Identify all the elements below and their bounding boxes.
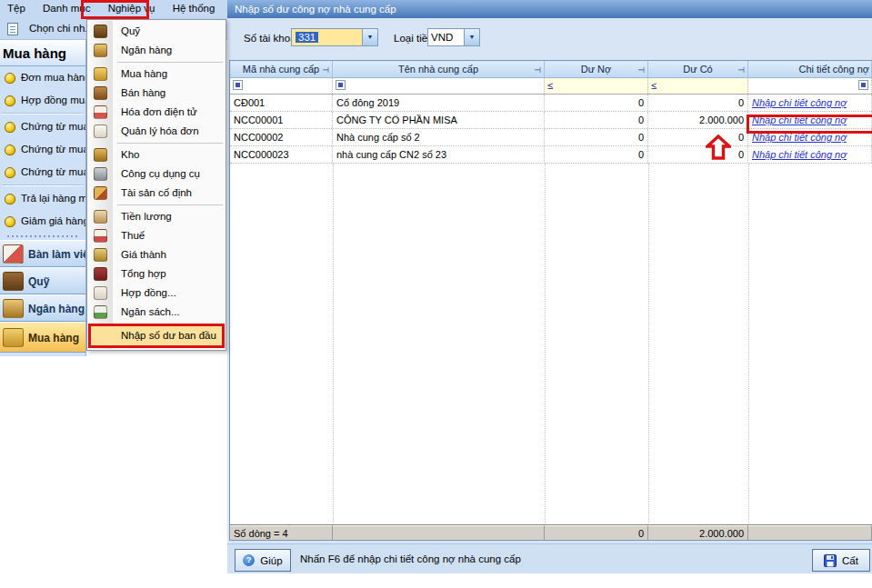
debit-total: 0 bbox=[545, 525, 648, 540]
sidebar-item-chung-tu-mua-2[interactable]: Chứng từ mua h bbox=[0, 138, 85, 161]
menu-item-tai-san-co-dinh[interactable]: Tài sản cố định bbox=[88, 184, 225, 203]
menu-item-gia-thanh[interactable]: Giá thành bbox=[88, 245, 225, 264]
status-message: Nhấn F6 để nhập chi tiết công nợ nhà cun… bbox=[300, 553, 521, 564]
menu-item-tong-hop[interactable]: Tổng hợp bbox=[88, 264, 225, 284]
less-equal-icon[interactable]: ≤ bbox=[547, 80, 553, 91]
menu-item-mua-hang[interactable]: Mua hàng bbox=[88, 65, 225, 84]
sidebar-separator bbox=[2, 113, 84, 115]
cell-debit[interactable]: 0 bbox=[545, 95, 648, 111]
sidebar-splitter-handle[interactable] bbox=[0, 233, 85, 240]
menu-item-quan-ly-hoa-don[interactable]: Quản lý hóa đơn bbox=[88, 122, 225, 141]
enter-detail-link[interactable]: Nhập chi tiết công nợ bbox=[752, 132, 847, 143]
filter-icon[interactable] bbox=[336, 80, 346, 90]
filter-icon[interactable] bbox=[858, 80, 868, 90]
menu-item-ban-hang[interactable]: Bán hàng bbox=[88, 84, 225, 103]
table-row[interactable]: NCC00001 CÔNG TY CỔ PHẦN MISA 0 2.000.00… bbox=[230, 112, 872, 129]
cell-credit[interactable]: 2.000.000 bbox=[648, 112, 748, 128]
filter-cell-detail[interactable] bbox=[748, 78, 872, 94]
column-label: Mã nhà cung cấp bbox=[243, 64, 319, 75]
grid-filter-row: ≤ ≤ bbox=[230, 78, 872, 95]
window-titlebar: Nhập số dư công nợ nhà cung cấp bbox=[227, 0, 872, 18]
table-row[interactable]: NCC000023 nhà cung cấp CN2 số 23 0 0 Nhậ… bbox=[230, 146, 872, 164]
enter-detail-link[interactable]: Nhập chi tiết công nợ bbox=[752, 115, 847, 125]
table-row[interactable]: NCC00002 Nhà cung cấp số 2 0 0 Nhập chi … bbox=[230, 129, 872, 146]
sidebar-item-chung-tu-mua-1[interactable]: Chứng từ mua h bbox=[0, 115, 85, 138]
panel-quy[interactable]: Quỹ bbox=[0, 267, 85, 294]
currency-combobox[interactable]: VND ▼ bbox=[427, 28, 480, 46]
cell-credit[interactable]: 0 bbox=[648, 95, 748, 111]
column-header-name[interactable]: Tên nhà cung cấp ⊣ bbox=[333, 61, 545, 77]
menu-item-label: Tài sản cố định bbox=[121, 187, 192, 198]
panel-ban-lam-viec[interactable]: Bàn làm việc bbox=[0, 240, 85, 267]
menu-item-label: Giá thành bbox=[121, 249, 166, 260]
e-invoice-icon bbox=[94, 105, 107, 119]
sidebar-item-don-mua-hang[interactable]: Đơn mua hàng bbox=[0, 66, 85, 89]
cell-credit[interactable]: 0 bbox=[648, 146, 748, 163]
menu-item-ngan-hang[interactable]: Ngân hàng bbox=[88, 41, 225, 60]
sidebar-item-tra-lai-hang[interactable]: Trả lại hàng mu bbox=[0, 187, 85, 210]
filter-cell-debit[interactable]: ≤ bbox=[545, 78, 648, 94]
grid-column-line bbox=[748, 164, 749, 523]
menu-nghiep-vu[interactable]: Nghiệp vụ bbox=[101, 0, 163, 19]
pin-icon[interactable]: ⊣ bbox=[737, 62, 745, 77]
safe-icon bbox=[94, 25, 107, 38]
pin-icon[interactable]: ⊣ bbox=[322, 62, 329, 77]
sidebar-item-label: Chứng từ mua h bbox=[21, 121, 85, 132]
column-header-debit[interactable]: Dư Nợ ⊣ bbox=[545, 61, 648, 77]
sidebar-item-chung-tu-mua-3[interactable]: Chứng từ mua d bbox=[0, 161, 85, 184]
menubar: Tệp Danh mục Nghiệp vụ Hệ thống Tiện bbox=[0, 0, 227, 19]
pin-icon[interactable]: ⊣ bbox=[534, 62, 541, 77]
menu-separator bbox=[117, 204, 223, 205]
menu-item-ngan-sach[interactable]: Ngân sách... bbox=[88, 303, 225, 322]
filter-cell-code[interactable] bbox=[230, 78, 333, 94]
less-equal-icon[interactable]: ≤ bbox=[651, 80, 657, 91]
menu-item-nhap-so-du-ban-dau[interactable]: Nhập số dư ban đầu bbox=[88, 324, 225, 348]
menu-danh-muc[interactable]: Danh mục bbox=[35, 0, 97, 19]
purchase-cart-icon bbox=[3, 328, 24, 347]
filter-cell-name[interactable] bbox=[333, 78, 545, 94]
menu-item-tien-luong[interactable]: Tiền lương bbox=[88, 207, 225, 226]
supplier-balance-grid: Mã nhà cung cấp ⊣ Tên nhà cung cấp ⊣ Dư … bbox=[229, 60, 872, 541]
sidebar-item-hop-dong-mua[interactable]: Hợp đồng mua h bbox=[0, 89, 85, 112]
menu-item-thue[interactable]: Thuế bbox=[88, 226, 225, 245]
menu-item-label: Tổng hợp bbox=[121, 268, 166, 279]
filter-cell-credit[interactable]: ≤ bbox=[648, 78, 748, 94]
panel-ngan-hang[interactable]: Ngân hàng bbox=[0, 294, 85, 322]
cell-debit[interactable]: 0 bbox=[545, 146, 648, 163]
menu-item-hoa-don-dien-tu[interactable]: Hóa đơn điện tử bbox=[88, 103, 225, 122]
sidebar-item-giam-gia-hang[interactable]: Giảm giá hàng n bbox=[0, 210, 85, 233]
menu-file[interactable]: Tệp bbox=[0, 0, 33, 19]
pin-icon[interactable]: ⊣ bbox=[637, 62, 645, 77]
sidebar-separator bbox=[2, 184, 84, 186]
column-header-code[interactable]: Mã nhà cung cấp ⊣ bbox=[230, 61, 333, 77]
account-combobox[interactable]: 331 ▼ bbox=[291, 28, 378, 46]
costing-icon bbox=[94, 248, 107, 262]
chevron-down-icon[interactable]: ▼ bbox=[464, 29, 479, 45]
menu-item-quy[interactable]: Quỹ bbox=[88, 22, 225, 41]
general-ledger-icon bbox=[94, 267, 107, 281]
cell-credit[interactable]: 0 bbox=[648, 129, 748, 145]
panel-mua-hang[interactable]: Mua hàng bbox=[0, 322, 85, 353]
table-row[interactable]: CĐ001 Cổ đông 2019 0 0 Nhập chi tiết côn… bbox=[230, 95, 872, 112]
column-header-detail[interactable]: Chi tiết công nợ bbox=[748, 61, 872, 77]
grid-column-line bbox=[545, 164, 546, 523]
payroll-icon bbox=[94, 210, 107, 224]
chevron-down-icon[interactable]: ▼ bbox=[362, 29, 377, 45]
enter-detail-link[interactable]: Nhập chi tiết công nợ bbox=[752, 149, 847, 160]
enter-detail-link[interactable]: Nhập chi tiết công nợ bbox=[752, 97, 847, 108]
sidebar-item-label: Trả lại hàng mu bbox=[21, 193, 85, 204]
help-icon: ? bbox=[243, 554, 255, 566]
menu-item-kho[interactable]: Kho bbox=[88, 145, 225, 164]
help-button[interactable]: ? Giúp bbox=[235, 549, 291, 572]
menu-he-thong[interactable]: Hệ thống bbox=[165, 0, 223, 19]
filter-icon[interactable] bbox=[233, 80, 243, 90]
save-button[interactable]: Cất bbox=[812, 549, 870, 572]
purchase-cart-icon bbox=[94, 67, 107, 81]
cell-debit[interactable]: 0 bbox=[545, 112, 648, 128]
choose-branch-item[interactable]: Chọn chi nh. bbox=[29, 23, 88, 34]
column-header-credit[interactable]: Dư Có ⊣ bbox=[648, 61, 748, 77]
menu-item-hop-dong[interactable]: Hợp đồng... bbox=[88, 284, 225, 303]
menu-item-cong-cu-dung-cu[interactable]: Công cụ dụng cụ bbox=[88, 164, 225, 184]
sidebar-item-label: Chứng từ mua h bbox=[21, 144, 85, 154]
cell-debit[interactable]: 0 bbox=[545, 129, 648, 145]
